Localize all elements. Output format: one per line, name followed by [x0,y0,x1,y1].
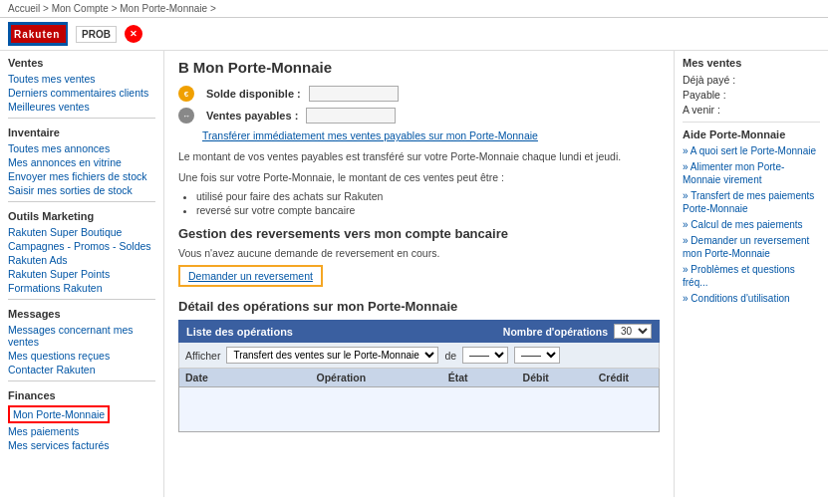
main-layout: Ventes Toutes mes ventes Derniers commen… [0,51,828,497]
solde-row: € Solde disponible : [178,86,660,102]
coin-icon: € [178,86,194,102]
title-text: Mon Porte-Monnaie [193,59,332,76]
sidebar-link-super-boutique[interactable]: Rakuten Super Boutique [8,225,155,239]
prob-badge: PROB [76,26,117,43]
col-credit: Crédit [575,372,653,383]
sidebar-section-inventaire: Inventaire [8,126,155,138]
sidebar-link-sorties[interactable]: Saisir mes sorties de stock [8,183,155,197]
desc-text-2: Une fois sur votre Porte-Monnaie, le mon… [178,170,660,185]
sidebar-section-ventes: Ventes [8,57,155,69]
ventes-row: ↔ Ventes payables : [178,108,660,124]
ops-count-select[interactable]: 30 [614,324,652,339]
a-venir-row: A venir : [683,104,820,116]
ops-header-label: Liste des opérations [186,326,293,338]
ops-header-right: Nombre d'opérations 30 [503,324,652,339]
help-link-3[interactable]: Calcul de mes paiements [683,218,820,231]
payable-row: Payable : [683,89,820,101]
sidebar-link-fichiers[interactable]: Envoyer mes fichiers de stock [8,169,155,183]
reversal-msg: Vous n'avez aucune demande de reversemen… [178,247,660,259]
payable-label: Payable : [683,89,726,101]
sidebar-section-marketing: Outils Marketing [8,210,155,222]
sidebar-link-super-points[interactable]: Rakuten Super Points [8,267,155,281]
sidebar-link-msg-ventes[interactable]: Messages concernant mes ventes [8,323,155,349]
sidebar-link-ads[interactable]: Rakuten Ads [8,253,155,267]
desc-list: utilisé pour faire des achats sur Rakute… [196,190,660,216]
deja-paye-label: Déjà payé : [683,74,735,86]
sidebar-section-finances: Finances [8,389,155,401]
help-link-0[interactable]: A quoi sert le Porte-Monnaie [683,144,820,157]
filter-de-label: de [444,350,456,362]
deja-paye-row: Déjà payé : [683,74,820,86]
solde-label: Solde disponible : [206,88,301,100]
help-link-4[interactable]: Demander un reversement mon Porte-Monnai… [683,234,820,260]
sidebar-link-paiements[interactable]: Mes paiements [8,424,155,438]
help-link-1[interactable]: Alimenter mon Porte-Monnaie virement [683,160,820,186]
ventes-value [306,108,396,124]
ops-count-label: Nombre d'opérations [503,326,608,338]
ventes-label: Ventes payables : [206,110,298,122]
page-title: B Mon Porte-Monnaie [178,59,660,76]
transfer-link[interactable]: Transférer immédiatement mes ventes paya… [202,129,538,141]
sidebar-link-toutes-ventes[interactable]: Toutes mes ventes [8,72,155,86]
right-panel: Mes ventes Déjà payé : Payable : A venir… [674,51,828,497]
sidebar-link-formations[interactable]: Formations Rakuten [8,281,155,295]
detail-title: Détail des opérations sur mon Porte-Monn… [178,299,660,314]
sidebar-link-annonces[interactable]: Toutes mes annonces [8,141,155,155]
desc-item-1: utilisé pour faire des achats sur Rakute… [196,190,660,202]
filter-type-select[interactable]: Transfert des ventes sur le Porte-Monnai… [226,347,438,364]
main-content: B Mon Porte-Monnaie € Solde disponible :… [164,51,674,497]
stop-icon: ✕ [125,25,142,43]
sidebar-link-meilleures[interactable]: Meilleures ventes [8,100,155,114]
sidebar-link-campagnes[interactable]: Campagnes - Promos - Soldes [8,239,155,253]
mes-ventes-title: Mes ventes [683,57,820,69]
filter-label: Afficher [185,350,220,362]
sidebar-section-messages: Messages [8,308,155,320]
sidebar-link-vitrine[interactable]: Mes annonces en vitrine [8,155,155,169]
breadcrumb-bar: Accueil > Mon Compte > Mon Porte-Monnaie… [0,0,828,18]
sidebar: Ventes Toutes mes ventes Derniers commen… [0,51,164,497]
desc-item-2: reversé sur votre compte bancaire [196,204,660,216]
transfer-icon: ↔ [178,108,194,124]
gestion-title: Gestion des reversements vers mon compte… [178,226,660,241]
filter-date-to-select[interactable]: —— [514,347,560,364]
filter-row: Afficher Transfert des ventes sur le Por… [178,343,660,369]
col-debit: Débit [497,372,575,383]
help-title: Aide Porte-Monnaie [683,128,820,140]
help-link-6[interactable]: Conditions d'utilisation [683,292,820,305]
ops-header: Liste des opérations Nombre d'opérations… [178,320,660,343]
breadcrumb: Accueil > Mon Compte > Mon Porte-Monnaie… [8,3,216,14]
svg-text:Rakuten: Rakuten [14,29,60,40]
request-reversal-button[interactable]: Demander un reversement [178,265,323,287]
desc-text-1: Le montant de vos ventes payables est tr… [178,149,660,164]
help-link-2[interactable]: Transfert de mes paiements Porte-Monnaie [683,189,820,215]
operations-container: Liste des opérations Nombre d'opérations… [178,320,660,432]
title-prefix: B [178,59,189,76]
table-header: Date Opération État Débit Crédit [178,369,660,387]
table-body [178,387,660,432]
col-etat: État [419,372,497,383]
sidebar-link-services[interactable]: Mes services facturés [8,438,155,452]
help-link-5[interactable]: Problèmes et questions fréq... [683,263,820,289]
header-bar: Rakuten PROB ✕ [0,18,828,51]
filter-date-from-select[interactable]: —— [462,347,508,364]
sidebar-link-porte-monnaie[interactable]: Mon Porte-Monnaie [8,404,155,424]
active-link-box: Mon Porte-Monnaie [8,405,110,423]
a-venir-label: A venir : [683,104,720,116]
col-operation: Opération [263,372,418,383]
sidebar-link-contacter[interactable]: Contacter Rakuten [8,363,155,377]
site-logo: Rakuten [8,22,68,46]
col-date: Date [185,372,263,383]
sidebar-link-commentaires[interactable]: Derniers commentaires clients [8,86,155,100]
sidebar-link-questions[interactable]: Mes questions reçues [8,349,155,363]
solde-value [309,86,399,102]
